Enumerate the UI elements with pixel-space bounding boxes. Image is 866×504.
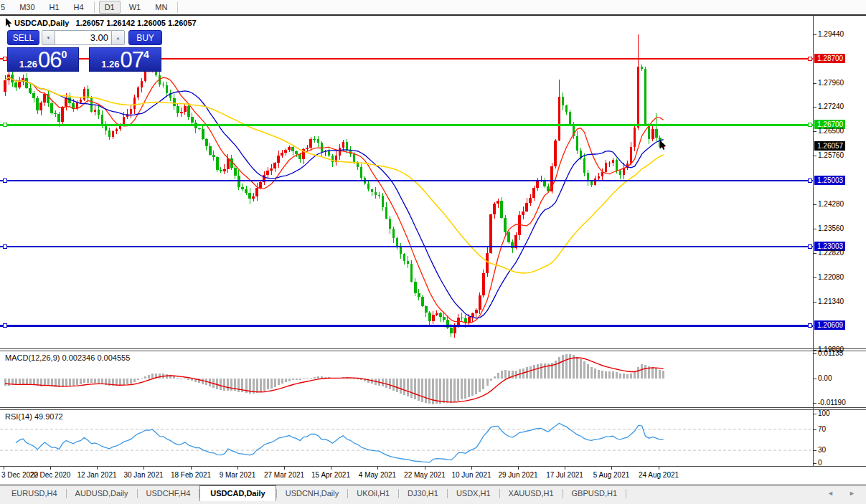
tab-scroll-left-icon[interactable]: ◄	[827, 490, 834, 497]
date-tick	[143, 467, 144, 470]
chart-tab-usdx[interactable]: USDX,H1	[448, 485, 499, 500]
candle-body	[353, 154, 356, 162]
macd-histogram-bar	[587, 364, 589, 379]
macd-histogram-bar	[310, 378, 312, 379]
line-handle[interactable]	[3, 324, 6, 328]
sell-price-display[interactable]: 1.26 06 0	[7, 47, 79, 72]
candle-body	[288, 147, 291, 151]
date-tick	[4, 467, 4, 470]
chart-tab-ukoil[interactable]: UKOil,H1	[348, 485, 398, 500]
candle-body	[608, 163, 611, 163]
chart-tab-eurusd[interactable]: EURUSD,H4	[3, 485, 66, 500]
macd-histogram-bar	[644, 365, 646, 379]
date-label: 5 Aug 2021	[593, 471, 630, 479]
triangle-up-icon: ▲	[116, 36, 121, 40]
candle-body	[616, 160, 618, 171]
candle-body	[14, 82, 17, 87]
line-handle[interactable]	[808, 123, 811, 127]
macd-histogram-bar	[464, 379, 466, 399]
date-label: 27 Mar 2021	[264, 471, 304, 479]
chart-tab-usdcnh[interactable]: USDCNH,Daily	[277, 485, 348, 500]
timeframe-button-d1[interactable]: D1	[99, 1, 121, 14]
volume-input[interactable]	[55, 30, 111, 45]
candle-body	[130, 109, 133, 113]
timeframe-button-w1[interactable]: W1	[123, 1, 147, 14]
date-label: 24 Aug 2021	[639, 471, 679, 479]
macd-histogram-bar	[19, 379, 21, 385]
date-tick	[237, 467, 238, 470]
chart-tab-gbpusd[interactable]: GBPUSD,H1	[563, 485, 626, 500]
price-tick	[813, 253, 816, 254]
macd-histogram-bar	[47, 379, 50, 386]
chart-tab-xauusd[interactable]: XAUUSD,H1	[500, 485, 563, 500]
buy-price-display[interactable]: 1.26 07 4	[89, 47, 161, 72]
volume-decrease-button[interactable]: ▼	[42, 30, 55, 45]
macd-histogram-bar	[537, 364, 539, 379]
candle-body	[522, 211, 524, 215]
candle-body	[281, 153, 283, 156]
line-handle[interactable]	[3, 57, 6, 61]
candle-body	[529, 198, 532, 204]
macd-histogram-bar	[533, 365, 535, 379]
sell-button[interactable]: SELL	[7, 30, 39, 45]
date-axis[interactable]: 3 Dec 202022 Dec 202012 Jan 202130 Jan 2…	[0, 467, 866, 485]
line-handle[interactable]	[808, 324, 811, 328]
timeframe-button-5[interactable]: 5	[0, 1, 11, 14]
macd-histogram-bar	[80, 379, 82, 384]
candle-body	[443, 317, 446, 320]
macd-histogram-bar	[461, 379, 463, 399]
macd-histogram-bar	[486, 379, 489, 386]
timeframe-button-h1[interactable]: H1	[44, 1, 65, 14]
buy-button[interactable]: BUY	[128, 30, 162, 45]
timeframe-button-h4[interactable]: H4	[68, 1, 90, 14]
chart-tab-usdchf[interactable]: USDCHF,H4	[138, 485, 199, 500]
indicator-tick	[813, 379, 816, 379]
line-handle[interactable]	[808, 57, 811, 61]
price-tick-label: 1.25760	[818, 151, 844, 159]
candle-body	[36, 98, 39, 110]
date-tick	[659, 467, 659, 470]
line-handle[interactable]	[3, 179, 6, 183]
candle-body	[202, 129, 204, 140]
macd-histogram-bar	[634, 371, 636, 379]
timeframe-button-mn[interactable]: MN	[149, 1, 173, 14]
line-handle[interactable]	[3, 123, 6, 127]
candle-body	[346, 142, 349, 151]
tab-scroll-right-icon[interactable]: ►	[849, 490, 855, 497]
chart-tab-usdcad[interactable]: USDCAD,Daily	[199, 485, 276, 501]
candle-body	[83, 89, 86, 100]
date-tick	[565, 467, 565, 470]
moving-average-line[interactable]	[5, 77, 664, 323]
moving-average-line[interactable]	[5, 77, 664, 273]
macd-panel[interactable]: MACD(12,26,9) 0.002346 0.004555	[0, 351, 814, 407]
candle-body	[54, 113, 57, 114]
candle-body	[29, 88, 32, 93]
chart-tab-audusd[interactable]: AUDUSD,Daily	[67, 485, 137, 500]
candle-body	[313, 139, 316, 140]
macd-histogram-bar	[130, 379, 132, 384]
timeframe-button-m30[interactable]: M30	[14, 1, 40, 14]
macd-histogram-bar	[151, 374, 154, 379]
candle-body	[227, 158, 230, 169]
macd-histogram-bar	[94, 379, 96, 383]
candle-body	[655, 129, 658, 138]
price-tick	[813, 302, 816, 303]
candle-body	[98, 110, 100, 115]
date-tick	[50, 467, 51, 470]
chart-tab-dj30[interactable]: DJ30,H1	[399, 485, 447, 500]
rsi-panel[interactable]: RSI(14) 49.9072	[0, 410, 814, 466]
macd-histogram-bar	[436, 379, 438, 404]
price-scale[interactable]: 1.294401.287001.279601.272401.267001.265…	[814, 16, 866, 466]
candle-body	[298, 154, 301, 160]
macd-histogram-bar	[494, 376, 496, 379]
moving-average-line[interactable]	[5, 77, 664, 318]
macd-histogram-bar	[558, 357, 560, 379]
macd-histogram-bar	[428, 379, 430, 404]
line-handle[interactable]	[808, 245, 811, 249]
line-handle[interactable]	[808, 179, 811, 183]
candle-body	[439, 313, 442, 317]
line-handle[interactable]	[3, 245, 6, 249]
main-chart-panel[interactable]: USDCAD,Daily 1.26057 1.26142 1.26005 1.2…	[0, 16, 814, 348]
candle-body	[464, 318, 467, 323]
volume-increase-button[interactable]: ▲	[111, 30, 125, 45]
